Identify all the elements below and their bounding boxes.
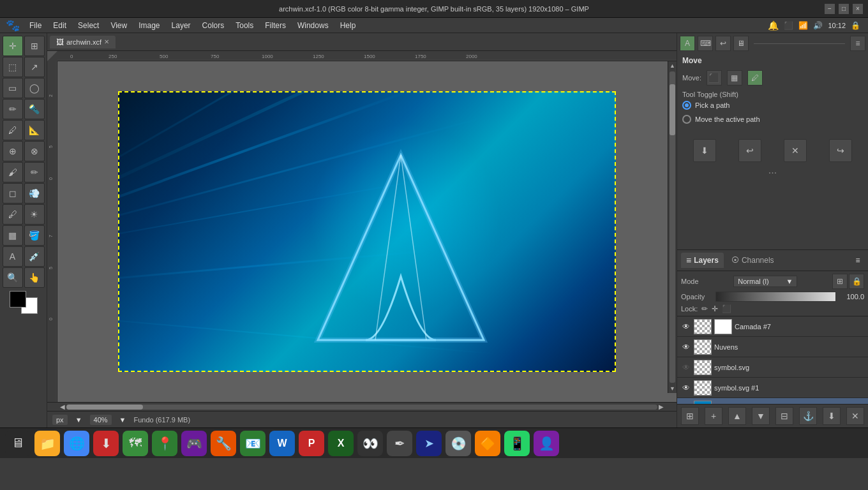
taskbar-avatar[interactable]: 👤 bbox=[534, 431, 559, 456]
colorpicker-tool[interactable]: 💉 bbox=[24, 246, 45, 267]
action-download-btn[interactable]: ⬇ bbox=[693, 139, 716, 162]
unit-selector[interactable]: px bbox=[52, 415, 68, 425]
panel-menu-icon[interactable]: ≡ bbox=[850, 36, 865, 51]
taskbar-whatsapp[interactable]: 📱 bbox=[504, 431, 530, 456]
radio-move-path[interactable] bbox=[682, 115, 691, 124]
menu-edit[interactable]: Edit bbox=[48, 20, 71, 31]
scroll-up-arrow[interactable]: ▲ bbox=[668, 61, 677, 70]
layer-visibility-toggle[interactable]: 👁 bbox=[681, 322, 691, 332]
move-path-btn[interactable]: 🖊 bbox=[747, 70, 763, 85]
rect-select-tool[interactable]: ▭ bbox=[3, 78, 23, 98]
horizontal-scrollbar[interactable]: ◀ ▶ bbox=[47, 402, 677, 411]
move-layer-btn[interactable]: ⬛ bbox=[707, 70, 722, 85]
bucket-tool[interactable]: 🪣 bbox=[24, 225, 45, 246]
align-tool[interactable]: ⊞ bbox=[24, 36, 45, 56]
eraser-tool[interactable]: ◻ bbox=[3, 183, 23, 204]
move-layer-down-btn[interactable]: ▼ bbox=[752, 407, 770, 425]
taskbar-eyes[interactable]: 👀 bbox=[357, 431, 383, 456]
mode-select[interactable]: Normal (l) ▼ bbox=[733, 276, 797, 287]
option-move-path[interactable]: Move the active path bbox=[682, 115, 863, 124]
minimize-button[interactable]: − bbox=[825, 4, 835, 14]
taskbar-maps[interactable]: 🗺 bbox=[123, 431, 148, 456]
scroll-right-arrow[interactable]: ▶ bbox=[657, 403, 665, 411]
menu-file[interactable]: File bbox=[24, 20, 47, 31]
menu-windows[interactable]: Windows bbox=[292, 20, 334, 31]
option-pick-path[interactable]: Pick a path bbox=[682, 101, 863, 110]
device-options-icon[interactable]: ⌨ bbox=[698, 36, 713, 51]
menu-image[interactable]: Image bbox=[133, 20, 165, 31]
scroll-vertical-thumb[interactable] bbox=[670, 84, 675, 135]
taskbar-gameboy[interactable]: 🎮 bbox=[181, 431, 207, 456]
radio-pick-path[interactable] bbox=[682, 101, 691, 110]
smudge-tool[interactable]: 👆 bbox=[24, 267, 45, 288]
action-redo-btn[interactable]: ↪ bbox=[829, 139, 852, 162]
pencil-tool[interactable]: ✏ bbox=[24, 162, 45, 182]
vertical-scrollbar[interactable]: ▲ ▼ bbox=[668, 61, 677, 393]
taskbar-mail[interactable]: 📧 bbox=[240, 431, 266, 456]
taskbar-settings[interactable]: 🔧 bbox=[211, 431, 236, 456]
taskbar-arrow-app[interactable]: ➤ bbox=[416, 431, 442, 456]
lock-pixels-icon[interactable]: ✏ bbox=[701, 304, 708, 313]
zoom-level[interactable]: 40% bbox=[90, 415, 112, 425]
new-layer-btn[interactable]: + bbox=[705, 407, 722, 425]
new-layer-group-btn[interactable]: ⊞ bbox=[681, 407, 699, 425]
zoom-tool[interactable]: 🔍 bbox=[3, 267, 23, 288]
duplicate-layer-btn[interactable]: ⊟ bbox=[775, 407, 793, 425]
canvas-viewport[interactable]: 0 250 500 750 1000 1250 1500 1750 2000 2 bbox=[47, 51, 677, 402]
paths-tool[interactable]: 🖊 bbox=[3, 120, 23, 140]
layer-visibility-toggle[interactable]: 👁 bbox=[681, 342, 691, 352]
canvas-tab-active[interactable]: 🖼 archwin.xcf ✕ bbox=[50, 36, 116, 48]
scroll-vertical-track[interactable] bbox=[670, 71, 675, 383]
taskbar-downloader[interactable]: ⬇ bbox=[93, 431, 119, 456]
move-layer-up-btn[interactable]: ▲ bbox=[728, 407, 746, 425]
ink-tool[interactable]: 🖋 bbox=[3, 204, 23, 225]
layer-item[interactable]: 👁 Camada #7 bbox=[677, 316, 868, 337]
canvas-image[interactable] bbox=[118, 91, 616, 372]
layers-menu-btn[interactable]: ≡ bbox=[851, 254, 864, 267]
close-button[interactable]: × bbox=[853, 4, 863, 14]
scroll-horizontal-track[interactable] bbox=[66, 405, 657, 410]
layer-item[interactable]: 👁 symbol.svg bbox=[677, 357, 868, 378]
taskbar-inkscape[interactable]: ✒ bbox=[387, 431, 412, 456]
layer-visibility-toggle[interactable]: 👁 bbox=[681, 362, 691, 373]
taskbar-terminal[interactable]: 🖥 bbox=[5, 431, 31, 456]
transform-tool[interactable]: ↗ bbox=[24, 57, 45, 77]
taskbar-files[interactable]: 📁 bbox=[34, 431, 60, 456]
layer-item[interactable]: 👁 Nuvens bbox=[677, 337, 868, 357]
paintbrush-tool[interactable]: 🖌 bbox=[3, 162, 23, 182]
menu-help[interactable]: Help bbox=[335, 20, 361, 31]
blend-mode-icon[interactable]: ⊞ bbox=[832, 274, 848, 289]
menu-select[interactable]: Select bbox=[73, 20, 104, 31]
canvas-image-area[interactable] bbox=[57, 61, 677, 402]
scroll-down-arrow[interactable]: ▼ bbox=[668, 384, 677, 393]
menu-layer[interactable]: Layer bbox=[167, 20, 196, 31]
ellipse-select-tool[interactable]: ◯ bbox=[24, 78, 45, 98]
text-options-icon[interactable]: A bbox=[680, 36, 695, 51]
lock-position-icon[interactable]: ✛ bbox=[712, 304, 718, 313]
crop-tool[interactable]: ⬚ bbox=[3, 57, 23, 77]
panel-expand-dots[interactable]: ··· bbox=[680, 165, 865, 181]
display-icon[interactable]: 🖥 bbox=[733, 36, 749, 51]
lock-alpha-icon[interactable]: ⬛ bbox=[722, 304, 731, 313]
dodge-tool[interactable]: ☀ bbox=[24, 204, 45, 225]
move-selection-btn[interactable]: ▦ bbox=[727, 70, 742, 85]
blend-tool[interactable]: ▦ bbox=[3, 225, 23, 246]
layer-item[interactable]: 👁 symbol.svg #1 bbox=[677, 378, 868, 398]
scroll-left-arrow[interactable]: ◀ bbox=[59, 403, 66, 411]
layer-visibility-toggle[interactable]: 👁 bbox=[681, 383, 691, 393]
fuzzy-select-tool[interactable]: 🔦 bbox=[24, 99, 45, 119]
taskbar-chrome[interactable]: 🌐 bbox=[64, 431, 89, 456]
clone-tool[interactable]: ⊕ bbox=[3, 141, 23, 161]
taskbar-excel[interactable]: X bbox=[328, 431, 354, 456]
airbrush-tool[interactable]: 💨 bbox=[24, 183, 45, 204]
action-clear-btn[interactable]: ✕ bbox=[784, 139, 807, 162]
scroll-horizontal-thumb[interactable] bbox=[66, 405, 143, 410]
foreground-color-swatch[interactable] bbox=[10, 291, 26, 308]
delete-layer-btn[interactable]: ✕ bbox=[846, 407, 864, 425]
measure-tool[interactable]: 📐 bbox=[24, 120, 45, 140]
menu-filters[interactable]: Filters bbox=[260, 20, 291, 31]
anchor-layer-btn[interactable]: ⚓ bbox=[799, 407, 817, 425]
taskbar-powerpoint[interactable]: P bbox=[299, 431, 324, 456]
layers-tab[interactable]: ≡ Layers bbox=[681, 253, 724, 268]
text-tool[interactable]: A bbox=[3, 246, 23, 267]
